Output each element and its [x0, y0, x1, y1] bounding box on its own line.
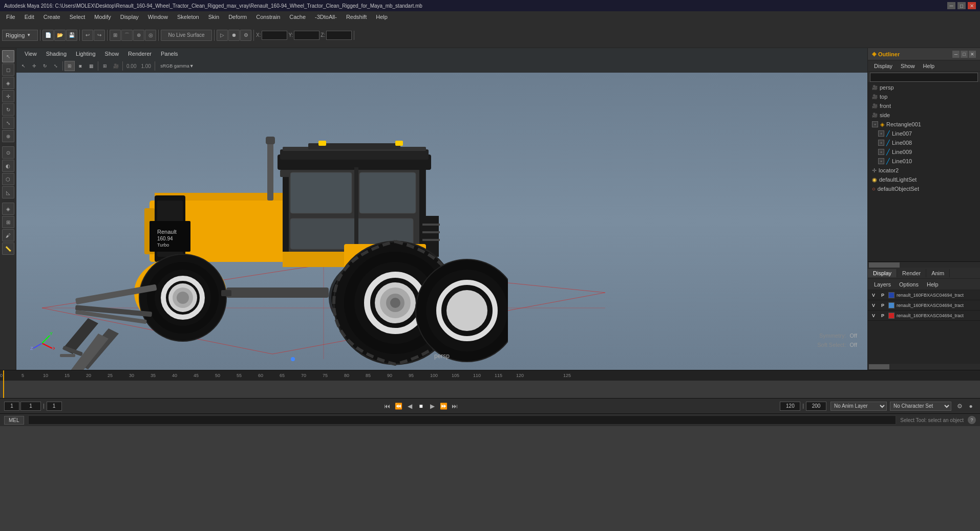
outliner-search-input[interactable] — [870, 73, 978, 82]
menu-file[interactable]: File — [2, 13, 19, 21]
move-tool-btn[interactable]: ✛ — [2, 90, 14, 102]
tree-item-persp[interactable]: 🎥 persp — [868, 83, 980, 92]
vp-grid-btn[interactable]: ⊞ — [100, 61, 110, 71]
layer2-p-btn[interactable]: P — [879, 302, 886, 309]
snap-align-btn[interactable]: ⊞ — [2, 216, 14, 228]
show-manip-btn[interactable]: ◈ — [2, 203, 14, 215]
tree-item-top[interactable]: 🎥 top — [868, 92, 980, 101]
pb-anim-layer-dropdown[interactable]: No Anim Layer — [830, 402, 887, 411]
save-scene-btn[interactable]: 💾 — [66, 30, 77, 41]
mel-tab[interactable]: MEL — [4, 416, 24, 425]
expand-line009[interactable]: + — [878, 149, 884, 155]
tree-item-line009[interactable]: + ╱ Line009 — [868, 147, 980, 157]
sculpt-btn[interactable]: ◐ — [2, 160, 14, 172]
tree-item-front[interactable]: 🎥 front — [868, 101, 980, 110]
tractor-viewport[interactable]: Renault 160.94 Turbo — [16, 73, 867, 370]
scale-tool-btn[interactable]: ⤡ — [2, 117, 14, 129]
universal-tool-btn[interactable]: ⊕ — [2, 130, 14, 142]
vp-menu-panels[interactable]: Panels — [157, 50, 182, 58]
vp-menu-shading[interactable]: Shading — [42, 50, 71, 58]
append-poly-btn[interactable]: ◺ — [2, 186, 14, 198]
pb-step-back-btn[interactable]: ⏪ — [393, 401, 403, 411]
preset-dropdown[interactable]: Rigging ▼ — [2, 30, 38, 41]
pb-range-end-input[interactable] — [806, 402, 826, 411]
timeline-ruler[interactable]: 0 5 10 15 20 25 30 35 40 45 50 55 60 65 … — [0, 370, 980, 381]
menu-modify[interactable]: Modify — [90, 13, 115, 21]
pb-stop-btn[interactable]: ■ — [416, 401, 426, 411]
outliner-tab-show[interactable]: Show — [897, 62, 919, 70]
rp-subtab-layers[interactable]: Layers — [870, 280, 895, 289]
vp-menu-view[interactable]: View — [20, 50, 41, 58]
layer1-v-btn[interactable]: V — [870, 292, 877, 299]
viewport-area[interactable]: View Shading Lighting Show Renderer Pane… — [16, 48, 867, 370]
outliner-h-scrollbar[interactable] — [868, 261, 980, 268]
tree-item-rectangle001[interactable]: + ◈ Rectangle001 — [868, 120, 980, 129]
render-settings-btn[interactable]: ⚙ — [240, 30, 251, 41]
menu-skeleton[interactable]: Skeleton — [173, 13, 203, 21]
pb-char-set-dropdown[interactable]: No Character Set — [890, 402, 951, 411]
redo-btn[interactable]: ↪ — [94, 30, 105, 41]
create-poly-btn[interactable]: ⬡ — [2, 173, 14, 185]
measure-tool-btn[interactable]: 📏 — [2, 242, 14, 255]
rp-scrollbar-thumb[interactable] — [869, 364, 889, 369]
vp-wire-btn[interactable]: ⊞ — [65, 61, 75, 71]
snap-point-btn[interactable]: ⊕ — [133, 30, 144, 41]
layer3-p-btn[interactable]: P — [879, 312, 886, 319]
open-scene-btn[interactable]: 📂 — [54, 30, 66, 41]
outliner-tab-help[interactable]: Help — [919, 62, 939, 70]
rp-tab-anim[interactable]: Anim — [926, 269, 950, 277]
command-line[interactable] — [28, 415, 897, 425]
tree-item-side[interactable]: 🎥 side — [868, 110, 980, 120]
tree-item-defaultobjectset[interactable]: ○ defaultObjectSet — [868, 184, 980, 193]
pb-end-frame-input[interactable] — [780, 402, 800, 411]
minimize-button[interactable]: ─ — [947, 2, 955, 9]
layer3-v-btn[interactable]: V — [870, 312, 877, 319]
status-help-btn[interactable]: ? — [968, 416, 976, 424]
snap-curve-btn[interactable]: ⌒ — [121, 30, 133, 41]
menu-cache[interactable]: Cache — [285, 13, 310, 21]
new-scene-btn[interactable]: 📄 — [42, 30, 54, 41]
x-coord[interactable] — [262, 31, 287, 40]
menu-skin[interactable]: Skin — [204, 13, 223, 21]
pb-go-end-btn[interactable]: ⏭ — [450, 401, 460, 411]
pb-step-fwd-btn[interactable]: ⏩ — [438, 401, 449, 411]
menu-redshift[interactable]: Redshift — [342, 13, 371, 21]
pb-settings-btn[interactable]: ⚙ — [954, 401, 965, 411]
z-coord[interactable] — [326, 31, 352, 40]
menu-select[interactable]: Select — [66, 13, 90, 21]
outliner-scrollbar-thumb[interactable] — [869, 262, 900, 268]
rp-tab-display[interactable]: Display — [868, 269, 897, 277]
menu-deform[interactable]: Deform — [224, 13, 251, 21]
outliner-tab-display[interactable]: Display — [870, 62, 897, 70]
menu-create[interactable]: Create — [39, 13, 65, 21]
layer2-v-btn[interactable]: V — [870, 302, 877, 309]
tree-item-line008[interactable]: + ╱ Line008 — [868, 138, 980, 147]
vp-menu-show[interactable]: Show — [101, 50, 123, 58]
tree-item-locator2[interactable]: ✛ locator2 — [868, 166, 980, 175]
rp-bottom-scrollbar[interactable] — [868, 364, 980, 370]
vp-scale-btn[interactable]: ⤡ — [51, 61, 61, 71]
pb-start-frame-input[interactable] — [4, 402, 19, 411]
vp-gamma-dropdown[interactable]: sRGB gamma▼ — [157, 61, 198, 71]
tree-item-defaultlightset[interactable]: ◉ defaultLightSet — [868, 175, 980, 184]
render-btn[interactable]: ▷ — [217, 30, 228, 41]
outliner-minimize-btn[interactable]: ─ — [952, 51, 960, 58]
vp-tex-btn[interactable]: ▦ — [86, 61, 96, 71]
pb-current-frame-input[interactable] — [20, 402, 41, 411]
menu-constrain[interactable]: Constrain — [252, 13, 284, 21]
select-tool-btn[interactable]: ↖ — [2, 50, 14, 62]
expand-line010[interactable]: + — [878, 158, 884, 164]
undo-btn[interactable]: ↩ — [82, 30, 93, 41]
live-surface-btn[interactable]: No Live Surface — [161, 30, 212, 41]
pb-auto-key-btn[interactable]: ● — [966, 401, 976, 411]
soft-mod-btn[interactable]: ⊙ — [2, 146, 14, 159]
3d-paint-btn[interactable]: 🖌 — [2, 229, 14, 241]
outliner-restore-btn[interactable]: □ — [961, 51, 968, 58]
tree-item-line010[interactable]: + ╱ Line010 — [868, 157, 980, 166]
menu-3dtoall[interactable]: -3DtoAll- — [311, 13, 341, 21]
lasso-tool-btn[interactable]: ◻ — [2, 63, 14, 76]
rp-tab-render[interactable]: Render — [897, 269, 926, 277]
rp-subtab-help[interactable]: Help — [923, 280, 943, 289]
vp-menu-renderer[interactable]: Renderer — [124, 50, 156, 58]
maximize-button[interactable]: □ — [957, 2, 966, 9]
